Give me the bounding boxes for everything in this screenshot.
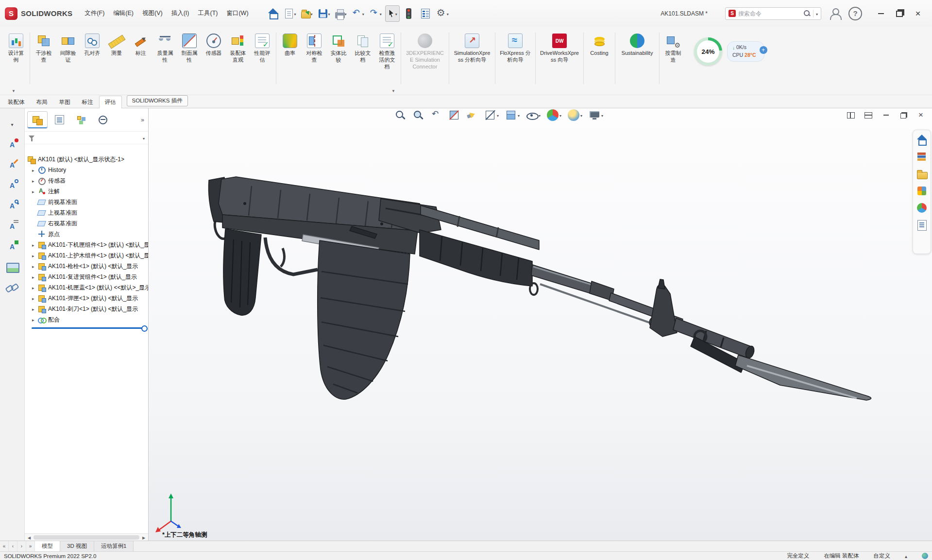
- expand-arrow-icon[interactable]: [32, 263, 38, 270]
- view-palette-icon[interactable]: [915, 185, 928, 197]
- close-button[interactable]: [909, 5, 927, 22]
- new-dropdown-icon[interactable]: [294, 10, 296, 17]
- ribbon-tool-driveworksxpress[interactable]: DriveWorksXpress 向导: [537, 32, 582, 65]
- menu-view[interactable]: 视图(V): [138, 7, 167, 20]
- search-icon[interactable]: [803, 10, 811, 17]
- ribbon-tool-symmetry-check[interactable]: 对称检查: [302, 32, 326, 65]
- expand-arrow-icon[interactable]: [32, 167, 38, 173]
- new-document-button[interactable]: [282, 5, 298, 22]
- redo-dropdown-icon[interactable]: [380, 10, 382, 17]
- status-indicator-button[interactable]: [402, 5, 416, 22]
- tree-item-mates[interactable]: 配合: [25, 314, 148, 325]
- tree-item-root[interactable]: AK101 (默认) <默认_显示状态-1>: [25, 154, 148, 165]
- ribbon-tool-costing[interactable]: Costing: [585, 32, 613, 58]
- ribbon-tool-measure[interactable]: 测量: [104, 32, 129, 58]
- select-tool-button[interactable]: [385, 5, 400, 22]
- ribbon-tool-manufacture-on-demand[interactable]: 按需制造: [661, 32, 685, 65]
- expand-arrow-icon[interactable]: [32, 316, 38, 323]
- toolbar-overflow-icon[interactable]: [4, 117, 20, 132]
- scroll-left-icon[interactable]: [26, 534, 33, 541]
- hide-show-items-button[interactable]: [526, 109, 541, 121]
- select-dropdown-icon[interactable]: [395, 10, 397, 17]
- auto-balloon-icon[interactable]: [4, 219, 20, 234]
- dropdown-icon[interactable]: [497, 112, 499, 119]
- expand-arrow-icon[interactable]: [32, 241, 38, 248]
- redo-button[interactable]: [368, 5, 383, 22]
- ribbon-tool-section-properties[interactable]: 剖面属性: [177, 32, 202, 65]
- expand-arrow-icon[interactable]: [32, 284, 38, 291]
- hyperlink-icon[interactable]: [4, 280, 20, 295]
- dropdown-icon[interactable]: [539, 112, 541, 119]
- expand-stats-icon[interactable]: +: [760, 46, 767, 54]
- tree-item-component[interactable]: AK101-刺刀<1> (默认) <默认_显示: [25, 304, 148, 314]
- expand-arrow-icon[interactable]: [32, 177, 38, 184]
- units-selector[interactable]: 自定义: [873, 552, 890, 560]
- ribbon-tool-curvature[interactable]: 曲率: [278, 32, 302, 58]
- graphics-area[interactable]: *上下二等角轴测: [149, 108, 932, 541]
- 3d-views-tab[interactable]: 3D 视图: [60, 541, 94, 551]
- home-icon[interactable]: [915, 134, 928, 146]
- motion-study-tab[interactable]: 运动算例1: [94, 541, 134, 551]
- tab-evaluate[interactable]: 评估: [99, 96, 122, 108]
- apply-scene-button[interactable]: [568, 109, 582, 121]
- tree-item-history[interactable]: History: [25, 165, 148, 175]
- ribbon-tool-floxpress[interactable]: FloXpress 分析向导: [497, 32, 534, 65]
- tab-markup[interactable]: 标注: [76, 96, 99, 108]
- displaymanager-tab[interactable]: [93, 111, 113, 129]
- next-tab-icon[interactable]: [17, 541, 26, 551]
- options-list-button[interactable]: [418, 5, 433, 22]
- configurationmanager-tab[interactable]: [71, 111, 91, 129]
- dropdown-icon[interactable]: [559, 112, 561, 119]
- tree-end-marker[interactable]: [32, 327, 146, 329]
- print-button[interactable]: [334, 5, 348, 22]
- tab-assembly[interactable]: 装配体: [2, 96, 31, 108]
- viewport-minimize-button[interactable]: [879, 109, 893, 121]
- minimize-button[interactable]: [872, 5, 890, 22]
- linear-note-icon[interactable]: [4, 239, 20, 254]
- ribbon-tool-compare-documents[interactable]: 比较文档: [351, 32, 375, 65]
- annotation-view-button[interactable]: [466, 109, 478, 121]
- ribbon-tool-performance-evaluation[interactable]: 性能评估: [250, 32, 274, 65]
- menu-insert[interactable]: 插入(I): [167, 7, 194, 20]
- ribbon-tool-markup[interactable]: 标注: [129, 32, 153, 58]
- ribbon-tool-compare-bodies[interactable]: 实体比较: [326, 32, 351, 65]
- ribbon-tool-simulationxpress[interactable]: SimulationXpress 分析向导: [451, 32, 493, 65]
- tree-item-component[interactable]: AK101-弹匣<1> (默认) <默认_显示: [25, 293, 148, 304]
- ribbon-tool-hole-alignment[interactable]: 孔对齐: [80, 32, 104, 58]
- user-account-button[interactable]: [828, 7, 842, 20]
- dropdown-icon[interactable]: [580, 112, 582, 119]
- tree-item-sensors[interactable]: 传感器: [25, 175, 148, 186]
- zoom-area-button[interactable]: [412, 109, 424, 121]
- open-document-button[interactable]: [300, 5, 314, 22]
- model-tab[interactable]: 模型: [35, 541, 60, 551]
- tree-item-top-plane[interactable]: 上视基准面: [25, 207, 148, 218]
- dropdown-icon[interactable]: [518, 112, 520, 119]
- spellcheck-icon[interactable]: [4, 137, 20, 152]
- tree-item-component[interactable]: AK101-机匣盖<1> (默认) <<默认>_显示: [25, 282, 148, 293]
- model-ak101-rifle[interactable]: [149, 108, 932, 541]
- tab-solidworks-addins[interactable]: SOLIDWORKS 插件: [127, 95, 188, 106]
- group-expand-icon[interactable]: ▼: [391, 89, 395, 93]
- print-dropdown-icon[interactable]: [345, 10, 347, 17]
- save-button[interactable]: [316, 5, 332, 22]
- view-orientation-button[interactable]: [505, 109, 520, 121]
- file-explorer-icon[interactable]: [915, 168, 928, 180]
- tree-item-component[interactable]: AK101-枪栓<1> (默认) <默认_显示: [25, 261, 148, 272]
- ribbon-tool-interference-detection[interactable]: 干涉检查: [32, 32, 56, 65]
- expand-arrow-icon[interactable]: [32, 252, 38, 259]
- expand-arrow-icon[interactable]: [32, 305, 38, 312]
- split-vertical-button[interactable]: [844, 109, 858, 121]
- tab-layout[interactable]: 布局: [31, 96, 53, 108]
- menu-edit[interactable]: 编辑(E): [109, 7, 138, 20]
- display-style-button[interactable]: [484, 109, 499, 121]
- globe-icon[interactable]: [922, 553, 928, 559]
- first-tab-icon[interactable]: [0, 541, 9, 551]
- scrollbar-thumb[interactable]: [34, 535, 139, 540]
- image-icon[interactable]: [4, 260, 20, 274]
- previous-view-button[interactable]: [430, 109, 442, 121]
- ribbon-tool-assembly-visualization[interactable]: 装配体直观: [226, 32, 250, 65]
- tree-filter[interactable]: [25, 132, 148, 144]
- search-box[interactable]: [725, 7, 821, 20]
- format-painter-icon[interactable]: [4, 158, 20, 172]
- menu-file[interactable]: 文件(F): [80, 7, 109, 20]
